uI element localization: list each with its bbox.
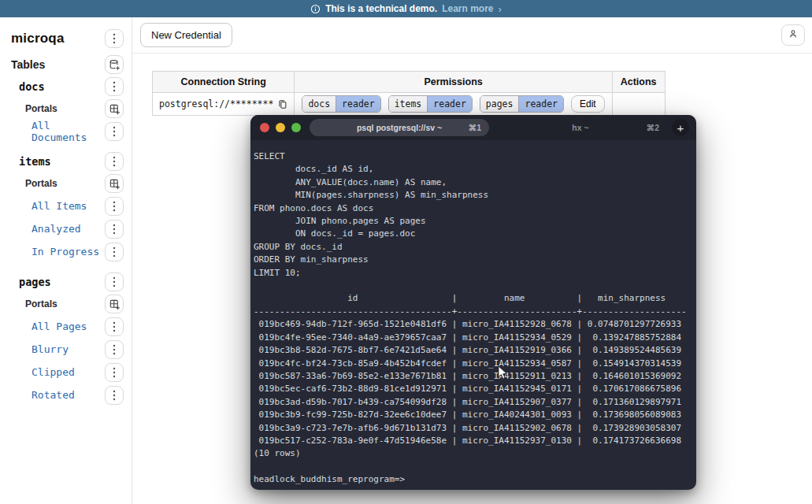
blurry-menu-button[interactable] (105, 340, 124, 359)
kebab-icon (113, 126, 116, 137)
close-window-icon[interactable] (260, 123, 269, 132)
clipped-menu-button[interactable] (105, 363, 124, 382)
window-controls (250, 123, 310, 132)
docs-menu-button[interactable] (105, 77, 124, 96)
edit-permissions-button[interactable]: Edit (571, 95, 605, 113)
sidebar-portal-all-documents[interactable]: All Documents (11, 120, 105, 143)
info-icon (310, 4, 321, 14)
tab-title: psql postgresql://sv ~ (357, 123, 442, 132)
all-pages-menu-button[interactable] (105, 317, 124, 336)
actions-cell (612, 93, 665, 116)
kebab-icon (113, 224, 116, 235)
permission-role: reader (428, 96, 472, 112)
terminal-titlebar[interactable]: psql postgresql://sv ~ ⌘1 hx ~ ⌘2 + (250, 115, 696, 140)
tab-title: hx ~ (572, 123, 588, 132)
sidebar-portal-analyzed[interactable]: Analyzed (11, 223, 81, 235)
terminal-screen[interactable]: SELECT docs._id AS id, ANY_VALUE(docs.na… (250, 140, 696, 487)
permission-role: reader (336, 96, 380, 112)
demo-banner: This is a technical demo. Learn more › (0, 0, 812, 17)
grid-plus-icon (109, 298, 121, 310)
sidebar-portal-all-items[interactable]: All Items (11, 200, 87, 212)
grid-plus-icon (109, 178, 121, 190)
connection-string-value: postgresql://******** (159, 98, 273, 109)
sidebar-portal-rotated[interactable]: Rotated (11, 389, 75, 401)
analyzed-menu-button[interactable] (105, 220, 124, 239)
all-documents-menu-button[interactable] (105, 122, 124, 141)
permission-chip-pages: pages reader (480, 95, 564, 113)
user-icon (788, 28, 799, 42)
sidebar-portal-blurry[interactable]: Blurry (11, 343, 69, 355)
grid-plus-icon (109, 103, 121, 115)
toolbar: New Credential (132, 17, 812, 54)
permission-chip-docs: docs reader (302, 95, 380, 113)
tables-section-label: Tables (11, 58, 45, 71)
tab-shortcut: ⌘1 (469, 123, 481, 132)
add-portal-button[interactable] (105, 174, 124, 193)
learn-more-link[interactable]: Learn more (442, 3, 493, 14)
permission-scope: items (389, 96, 428, 112)
sidebar-table-docs[interactable]: docs (11, 80, 45, 93)
col-header-actions: Actions (612, 72, 665, 93)
database-plus-icon (109, 59, 121, 71)
kebab-icon (113, 201, 116, 212)
copy-icon[interactable] (278, 99, 287, 109)
sidebar-portal-in-progress[interactable]: In Progress (11, 246, 99, 258)
terminal-tab-hx[interactable]: hx ~ ⌘2 (489, 119, 672, 136)
permission-scope: pages (480, 96, 520, 112)
pages-portals-label: Portals (11, 298, 57, 309)
add-portal-button[interactable] (105, 99, 124, 118)
new-tab-button[interactable]: + (672, 119, 689, 136)
sidebar: microqa Tables docs Portals All Document… (0, 17, 132, 504)
permission-scope: docs (302, 96, 336, 112)
permission-role: reader (519, 96, 563, 112)
sidebar-portal-clipped[interactable]: Clipped (11, 366, 75, 378)
pages-menu-button[interactable] (105, 272, 124, 291)
add-table-button[interactable] (105, 55, 124, 74)
in-progress-menu-button[interactable] (105, 243, 124, 261)
kebab-icon (113, 246, 116, 258)
user-menu-button[interactable] (781, 24, 805, 46)
kebab-icon (113, 156, 116, 167)
app-menu-button[interactable] (105, 29, 124, 48)
zoom-window-icon[interactable] (291, 123, 301, 132)
tab-shortcut: ⌘2 (647, 123, 659, 132)
kebab-icon (113, 321, 116, 332)
banner-text: This is a technical demo. (325, 3, 437, 14)
col-header-permissions: Permissions (295, 72, 612, 93)
sidebar-table-items[interactable]: items (11, 155, 51, 168)
app-title: microqa (11, 31, 65, 46)
sidebar-table-pages[interactable]: pages (11, 276, 51, 288)
credentials-table: Connection String Permissions Actions po… (152, 71, 666, 116)
sidebar-portal-all-pages[interactable]: All Pages (11, 321, 87, 332)
kebab-icon (113, 390, 116, 401)
kebab-icon (113, 81, 116, 92)
docs-portals-label: Portals (11, 103, 57, 114)
rotated-menu-button[interactable] (105, 386, 124, 405)
terminal-tab-psql[interactable]: psql postgresql://sv ~ ⌘1 (310, 119, 489, 136)
kebab-icon (113, 276, 116, 287)
items-portals-label: Portals (11, 178, 57, 189)
col-header-connection-string: Connection String (153, 72, 295, 93)
add-portal-button[interactable] (105, 295, 124, 313)
permission-chip-items: items reader (388, 95, 473, 113)
minimize-window-icon[interactable] (276, 123, 285, 132)
chevron-right-icon: › (499, 3, 502, 15)
items-menu-button[interactable] (105, 152, 124, 171)
credentials-table-header-row: Connection String Permissions Actions (153, 72, 666, 93)
kebab-icon (113, 367, 116, 378)
kebab-icon (113, 344, 116, 355)
credential-row: postgresql://******** docs reader items (153, 93, 666, 116)
all-items-menu-button[interactable] (105, 197, 124, 216)
new-credential-button[interactable]: New Credential (140, 23, 232, 47)
terminal-window: psql postgresql://sv ~ ⌘1 hx ~ ⌘2 + SELE… (250, 115, 696, 490)
kebab-icon (113, 33, 116, 44)
